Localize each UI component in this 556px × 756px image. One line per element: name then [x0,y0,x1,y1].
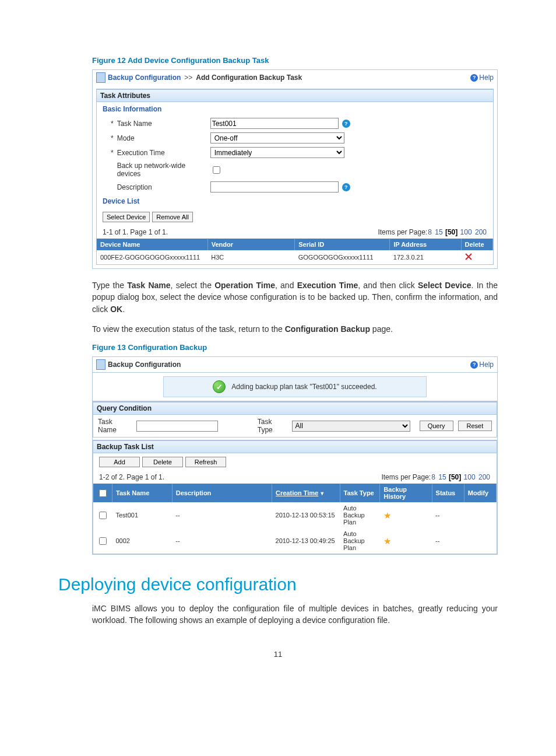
status-cell: -- [432,528,464,554]
page-size-100[interactable]: 100 [460,228,472,236]
breadcrumb-link[interactable]: Backup Configuration [108,74,181,82]
page-size-200[interactable]: 200 [475,228,487,236]
col-creation-time[interactable]: Creation Time▼ [272,484,340,502]
task-name-input[interactable] [210,118,339,129]
remove-all-button[interactable]: Remove All [152,212,193,222]
col-description[interactable]: Description [172,484,272,502]
list-actions: Add Delete Refresh [93,453,497,471]
table-row: Test001 -- 2010-12-13 00:53:15 Auto Back… [93,502,497,528]
help-link[interactable]: ? Help [470,360,494,369]
select-device-button[interactable]: Select Device [103,212,150,222]
pager-summary: 1-1 of 1. Page 1 of 1. [103,228,168,236]
help-icon[interactable]: ? [342,120,350,128]
required-star: * [111,149,114,157]
description-row: * Description ? [97,180,493,194]
device-list-header: Device List [97,194,493,208]
row-checkbox[interactable] [99,512,107,519]
items-per-page: Items per Page:8 15 [50] 100 200 [378,228,487,236]
page-size-15[interactable]: 15 [435,228,442,236]
page-size-200[interactable]: 200 [478,473,490,481]
col-task-type[interactable]: Task Type [340,484,380,502]
table-row: 0002 -- 2010-12-13 00:49:25 Auto Backup … [93,528,497,554]
task-type-label: Task Type [258,418,288,434]
reset-button[interactable]: Reset [458,421,492,431]
add-button[interactable]: Add [99,457,140,467]
page-size-50: [50] [449,473,461,481]
device-name-cell[interactable]: 000FE2-GOGOGOGOGxxxxx1111 [97,250,207,264]
config-icon [96,359,105,370]
col-task-name[interactable]: Task Name [112,484,173,502]
backup-nw-row: * Back up network-wide devices [97,160,493,180]
section-heading: Deploying device configuration [58,575,498,594]
query-task-name-input[interactable] [136,421,218,432]
mode-select[interactable]: One-off [210,132,344,144]
paragraph-1: Type the Task Name, select the Operation… [92,279,498,315]
breadcrumb-current: Add Configuration Backup Task [196,74,302,82]
description-cell: -- [172,502,272,528]
backup-history-cell[interactable]: ★ [380,528,432,554]
page-size-8[interactable]: 8 [428,228,432,236]
success-message: ✓ Adding backup plan task "Test001" succ… [163,376,426,397]
backup-nw-label: Back up network-wide devices [117,162,210,178]
star-icon: ★ [383,511,391,520]
backup-history-cell[interactable]: ★ [380,502,432,528]
page-size-8[interactable]: 8 [431,473,435,481]
task-type-cell: Auto Backup Plan [340,502,380,528]
modify-cell[interactable] [464,528,496,554]
backup-task-list-header: Backup Task List [93,440,497,453]
delete-icon[interactable] [464,253,473,261]
device-list-actions: Select Device Remove All [97,208,493,226]
help-icon: ? [470,74,478,82]
device-table: Device Name Vendor Serial ID IP Address … [97,239,493,264]
help-label: Help [479,74,494,82]
query-button[interactable]: Query [420,421,453,431]
mode-label: Mode [117,134,210,142]
col-status[interactable]: Status [432,484,464,502]
col-modify[interactable]: Modify [464,484,496,502]
col-ip: IP Address [390,239,461,250]
figure-12-panel: Backup Configuration >> Add Configuratio… [92,69,498,269]
breadcrumb-sep: >> [184,74,192,82]
delete-cell[interactable] [461,250,492,264]
pager-row: 1-1 of 1. Page 1 of 1. Items per Page:8 … [97,226,493,239]
status-cell: -- [432,502,464,528]
config-icon [96,72,105,83]
col-vendor: Vendor [207,239,294,250]
modify-cell[interactable] [464,502,496,528]
query-task-type-select[interactable]: All [292,421,410,432]
serial-cell: GOGOGOGOGxxxxx1111 [295,250,390,264]
page-size-15[interactable]: 15 [438,473,446,481]
exec-time-select[interactable]: Immediately [210,147,344,158]
success-text: Adding backup plan task "Test001" succee… [231,383,376,391]
required-star: * [111,134,114,142]
paragraph-3: iMC BIMS allows you to deploy the config… [92,603,498,626]
vendor-cell: H3C [207,250,294,264]
select-all-checkbox[interactable] [99,489,107,497]
task-type-cell: Auto Backup Plan [340,528,380,554]
col-delete: Delete [461,239,492,250]
col-backup-history[interactable]: Backup History [380,484,432,502]
row-checkbox[interactable] [99,537,107,545]
delete-button[interactable]: Delete [142,457,183,467]
breadcrumb: Backup Configuration >> Add Configuratio… [93,70,497,85]
breadcrumb: Backup Configuration ? Help [93,357,497,372]
paragraph-2: To view the execution status of the task… [92,323,498,335]
description-label: Description [117,183,210,191]
backup-nw-checkbox[interactable] [213,166,220,174]
refresh-button[interactable]: Refresh [185,457,226,467]
task-name-cell[interactable]: 0002 [112,528,173,554]
help-label: Help [479,360,494,369]
creation-time-cell: 2010-12-13 00:53:15 [272,502,340,528]
ip-cell: 172.3.0.21 [390,250,461,264]
help-icon[interactable]: ? [342,183,350,191]
page-size-100[interactable]: 100 [464,473,476,481]
table-row: 000FE2-GOGOGOGOGxxxxx1111 H3C GOGOGOGOGx… [97,250,493,264]
items-per-page-label: Items per Page: [378,228,427,236]
help-link[interactable]: ? Help [470,74,494,82]
task-name-label: Task Name [98,418,132,434]
task-name-cell[interactable]: Test001 [112,502,173,528]
exec-time-row: * Execution Time Immediately [97,145,493,160]
description-input[interactable] [210,181,339,192]
backup-task-table: Task Name Description Creation Time▼ Tas… [93,484,497,554]
table-header-row: Task Name Description Creation Time▼ Tas… [93,484,497,502]
